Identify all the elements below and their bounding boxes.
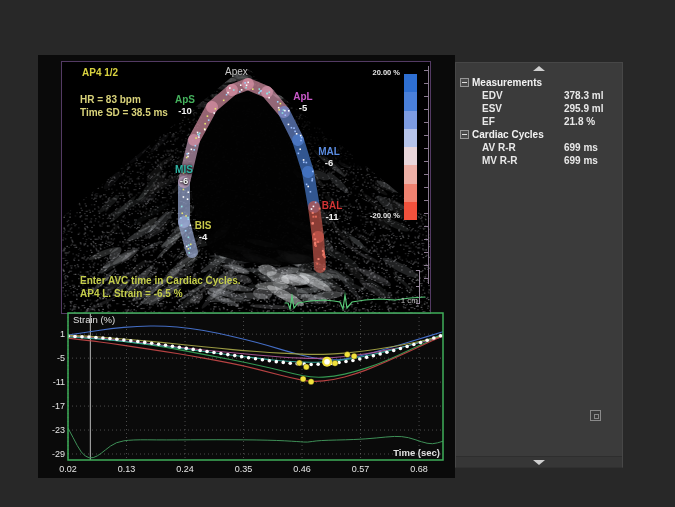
segment-name: ApL [285,92,321,103]
section-title: Measurements [472,77,542,88]
panel-corner-icon[interactable] [590,410,601,421]
ultrasound-viewport[interactable]: AP4 1/2 Apex HR = 83 bpm Time SD = 38.5 … [61,61,431,314]
measurements-panel: Measurements EDV 378.3 ml ESV 295.9 ml E… [455,62,623,468]
app-background: AP4 1/2 Apex HR = 83 bpm Time SD = 38.5 … [0,0,675,507]
colorbar-max-label: 20.00 % [332,68,400,77]
colorbar-cell [404,92,417,110]
measurement-row-ef[interactable]: EF 21.8 % [456,115,622,128]
segment-label-mis[interactable]: MIS -6 [166,165,202,185]
measurement-row-av-rr[interactable]: AV R-R 699 ms [456,141,622,154]
segment-label-apl[interactable]: ApL -5 [285,92,321,112]
chevron-up-icon [533,66,545,71]
strain-colorbar [404,74,417,220]
apex-label: Apex [225,66,248,77]
colorbar-cell [404,129,417,147]
heart-rate-text: HR = 83 bpm [80,94,141,105]
view-indicator: AP4 1/2 [82,67,118,78]
segment-label-bis[interactable]: BIS -4 [185,221,221,241]
collapse-icon[interactable] [460,130,469,139]
global-strain-value: AP4 L. Strain = -6.5 % [80,288,183,299]
scroll-up-button[interactable] [456,63,622,74]
segment-name: BIS [185,221,221,232]
collapse-icon[interactable] [460,78,469,87]
measurement-label: AV R-R [482,142,516,153]
measurement-label: MV R-R [482,155,518,166]
colorbar-cell [404,202,417,220]
segment-strain-value: -6 [311,158,347,168]
strain-chart[interactable] [40,310,455,478]
colorbar-cell [404,147,417,165]
measurement-value: 21.8 % [564,115,595,128]
segment-strain-value: -5 [285,103,321,113]
measurement-row-esv[interactable]: ESV 295.9 ml [456,102,622,115]
time-sd-text: Time SD = 38.5 ms [80,107,168,118]
colorbar-cell [404,165,417,183]
colorbar-cell [404,74,417,92]
colorbar-cell [404,111,417,129]
section-header-cardiac-cycles[interactable]: Cardiac Cycles [456,128,622,141]
measurement-label: EF [482,116,495,127]
colorbar-min-label: -20.00 % [332,211,400,220]
section-header-measurements[interactable]: Measurements [456,76,622,89]
measurement-row-edv[interactable]: EDV 378.3 ml [456,89,622,102]
segment-label-aps[interactable]: ApS -10 [167,95,203,115]
measurement-value: 295.9 ml [564,102,603,115]
chevron-down-icon [533,460,545,465]
segment-name: MIS [166,165,202,176]
status-message: Enter AVC time in Cardiac Cycles. [80,275,241,286]
segment-strain-value: -10 [167,106,203,116]
measurement-value: 699 ms [564,141,598,154]
segment-name: BAL [314,201,350,212]
segment-strain-value: -6 [166,176,202,186]
measurements-list: Measurements EDV 378.3 ml ESV 295.9 ml E… [456,76,622,167]
segment-name: ApS [167,95,203,106]
measurement-label: ESV [482,103,502,114]
segment-label-mal[interactable]: MAL -6 [311,147,347,167]
scale-label: 1 cm [382,296,418,305]
scroll-down-button[interactable] [456,456,622,467]
section-title: Cardiac Cycles [472,129,544,140]
measurement-value: 378.3 ml [564,89,603,102]
measurement-label: EDV [482,90,503,101]
segment-name: MAL [311,147,347,158]
measurement-row-mv-rr[interactable]: MV R-R 699 ms [456,154,622,167]
colorbar-cell [404,184,417,202]
depth-scale-ruler [419,270,420,304]
segment-strain-value: -4 [185,232,221,242]
measurement-value: 699 ms [564,154,598,167]
